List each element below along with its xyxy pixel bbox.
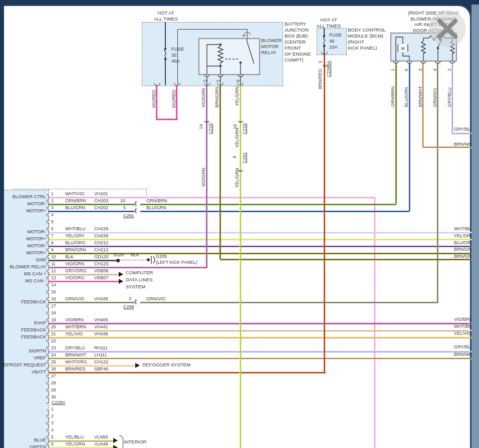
inline-connector-pin: 10 — [120, 198, 125, 203]
circuit-label: CH122 — [94, 359, 108, 364]
rotated-wire-label: 5 — [318, 61, 323, 63]
rotated-wire-label: 3 — [418, 69, 423, 71]
wire-color-label: VIO/GRN — [65, 261, 84, 266]
bcm-line: BODY CONTROL — [348, 27, 386, 33]
wire-brn-grn — [220, 259, 475, 260]
pin-function-label: VBATT — [0, 369, 46, 374]
circuit-label: VDB06 — [94, 268, 109, 273]
wire-grn-vio — [49, 302, 134, 303]
rotated-wire-label: VIO/RED — [151, 90, 156, 108]
wire-blu-grn — [49, 211, 134, 212]
pin-number: 20 — [51, 324, 56, 329]
pin-number: 1 — [51, 406, 54, 411]
wire-color-label: VIO/ORG — [65, 275, 85, 280]
blower-motor-relay-label: BLOWER MOTOR RELAY — [261, 38, 282, 56]
rotated-wire-label: GRN/VIO — [432, 88, 437, 107]
pin-function-label: MOTOR+ — [0, 208, 46, 213]
pin-function-label: DEFROST REQUEST — [0, 362, 46, 367]
connector-name-c228a: C228A — [52, 400, 66, 405]
pin-number: 28 — [51, 380, 56, 385]
pin-function-label: MS CAN - — [0, 278, 46, 283]
bcm-line: MODULE (BCM) — [348, 33, 386, 39]
close-button[interactable] — [429, 10, 466, 47]
wire-grn-vio — [140, 302, 438, 303]
pin-function-label: GREEN — [0, 444, 46, 448]
inline-connector-arcs: (( — [134, 208, 136, 213]
wire-brn-wht — [423, 147, 475, 148]
bjb-line: JUNCTION — [285, 27, 311, 33]
pin-function-label: MOTOR- — [0, 243, 46, 248]
rotated-wire-label: BRN/WHT — [418, 86, 423, 107]
pin-function-label: FEEDBACK — [0, 334, 46, 339]
pin-function-label: EVAP — [0, 320, 46, 325]
pin-number: 1 — [51, 191, 54, 196]
wire-vio-grn — [206, 85, 207, 267]
pin-number: 25 — [51, 359, 56, 364]
rotated-wire-label: 6 — [232, 156, 237, 158]
pin-number: 7 — [51, 233, 54, 238]
wire-blu-org — [49, 246, 475, 247]
connector-name-c299: C299 — [123, 304, 134, 309]
bcm-label: BODY CONTROL MODULE (BCM) (RIGHT KICK PA… — [348, 27, 386, 51]
offpage-arrow — [135, 363, 140, 368]
pin-number: 29 — [51, 387, 56, 392]
fuse-32-label: FUSE 32 40A — [171, 46, 184, 64]
wire-wht-org — [49, 365, 135, 366]
pin-number: 10 — [51, 254, 56, 259]
fuse-word: FUSE — [329, 32, 342, 38]
circuit-label: CH212 — [94, 240, 108, 245]
splice-label: S226 — [113, 252, 124, 257]
pin-number: 2 — [51, 413, 54, 418]
wire-brn-wht — [49, 358, 475, 359]
pin-number: 3 — [51, 205, 54, 210]
computer-data-lines-note: COMPUTER — [126, 270, 153, 276]
bjb-line: BOX (BJB) — [285, 33, 311, 39]
inline-connector-pin: 3 — [129, 296, 131, 301]
wire-color-label: BLU/ORG — [65, 240, 86, 245]
pin-function-label: VREF — [0, 355, 46, 360]
pin-number: 2 — [51, 198, 54, 203]
rotated-wire-label: YEL/GRN — [234, 128, 240, 148]
rotated-wire-label: VIO/GRN — [201, 168, 206, 187]
interior-bracket — [119, 435, 123, 448]
wire-yel-gry — [49, 239, 475, 240]
wire-brn-red — [324, 55, 325, 372]
module-box-top-edge — [13, 189, 146, 189]
circuit-label: VH101 — [94, 191, 108, 196]
bcm-line: KICK PANEL) — [348, 45, 386, 51]
pin-number: 13 — [51, 275, 56, 280]
rotated-wire-label: 2 — [202, 80, 207, 82]
bjb-line: (CENTER — [285, 39, 311, 45]
rotated-wire-label: 1 — [390, 69, 395, 71]
pin-number: 8 — [51, 240, 54, 245]
pin-number: 12 — [51, 268, 56, 273]
wire-vio-brn — [49, 323, 475, 324]
pin-number: 23 — [51, 345, 56, 350]
rotated-wire-label: GRN/BRN — [390, 86, 395, 107]
wire-vio-org — [49, 281, 119, 282]
wire-color-label: WHT/BLU — [65, 226, 86, 231]
wire-brn-red — [49, 372, 326, 373]
rotated-wire-label: VIO/RED — [171, 90, 176, 108]
wire-color-label: GRN/VIO — [65, 296, 84, 301]
pin-number: 5 — [51, 219, 54, 224]
wire-color-label: BRN/WHT — [65, 352, 86, 357]
rotated-wire-label: BLU/GRN — [404, 87, 409, 107]
hot-at-line1: HOT AT — [150, 10, 181, 16]
computer-data-lines-note: SYSTEM — [126, 284, 145, 290]
pin-function-label: BLOWER CTRL — [0, 194, 46, 199]
pin-number: 15 — [51, 289, 56, 294]
pin-function-label: MS CAN + — [0, 271, 46, 276]
wire-color-label: BLK — [65, 254, 74, 259]
hot-at-line2: ALL TIMES — [313, 23, 345, 29]
circuit-label: CH203 — [94, 198, 108, 203]
pin-number: 30 — [51, 394, 56, 399]
motor-letter: M — [401, 46, 405, 51]
rotated-wire-label: 6 — [404, 69, 409, 71]
wire-color-label: WHT/ORG — [65, 359, 87, 364]
fuse-number: 46 — [329, 38, 342, 44]
fuse-amps: 40A — [171, 58, 184, 64]
circuit-label: CH228 — [94, 233, 108, 238]
inline-connector-pin: 5 — [123, 205, 126, 210]
wire-wht-blu — [49, 232, 475, 233]
